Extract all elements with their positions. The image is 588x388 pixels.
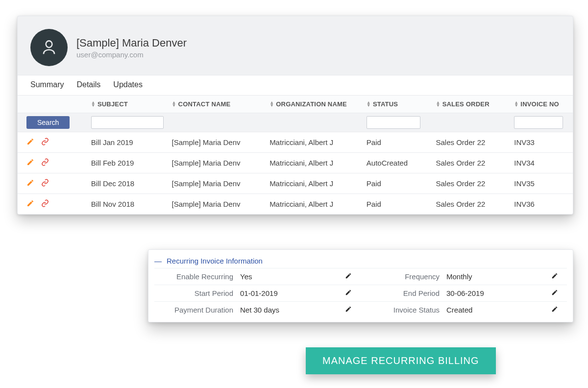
th-subject-label: SUBJECT [98,100,128,108]
sort-icon: ▲▼ [367,101,371,107]
field-value: 30-06-2019 [446,289,551,297]
cell-invoice: INV34 [514,159,573,167]
sort-icon: ▲▼ [172,101,176,107]
field-label: Enable Recurring [154,272,240,281]
th-organization-label: ORGANIZATION NAME [276,100,347,108]
table-header: ▲▼ SUBJECT ▲▼ CONTACT NAME ▲▼ ORGANIZATI… [18,96,573,113]
cell-sales: Sales Order 22 [436,200,514,208]
field-payment-duration: Payment Duration Net 30 days [154,301,361,318]
user-name: [Sample] Maria Denver [76,37,187,49]
cell-subject: Bill Jan 2019 [86,138,172,146]
cell-subject: Bill Feb 2019 [86,159,172,167]
field-value: Monthly [446,272,551,281]
th-status-label: STATUS [373,100,398,108]
edit-icon[interactable] [551,272,564,281]
cell-contact: [Sample] Maria Denv [172,200,270,208]
edit-icon[interactable] [345,289,358,297]
recurring-title: Recurring Invoice Information [167,257,263,265]
sort-icon: ▲▼ [514,101,518,107]
field-value: Yes [240,272,345,281]
person-icon [40,38,58,57]
field-value: Net 30 days [240,306,345,314]
table-row: Bill Jan 2019 [Sample] Maria Denv Matric… [18,132,573,153]
link-icon[interactable] [41,199,49,209]
user-email: user@company.com [76,50,187,59]
filter-subject-input[interactable] [91,116,164,129]
edit-icon[interactable] [345,306,358,314]
cell-subject: Bill Dec 2018 [86,179,172,188]
filter-row: Search [18,113,573,132]
th-contact-label: CONTACT NAME [178,100,231,108]
edit-icon[interactable] [26,138,34,147]
field-value: 01-01-2019 [240,289,345,297]
manage-recurring-billing-button[interactable]: MANAGE RECURRING BILLING [306,347,496,374]
cell-org: Matricciani, Albert J [270,200,363,208]
th-sales-order-label: SALES ORDER [442,100,490,108]
field-label: Start Period [154,289,240,297]
field-invoice-status: Invoice Status Created [361,301,567,318]
cell-org: Matricciani, Albert J [270,138,363,146]
edit-icon[interactable] [26,179,34,188]
th-status[interactable]: ▲▼ STATUS [363,100,436,108]
table-row: Bill Nov 2018 [Sample] Maria Denv Matric… [18,194,573,214]
edit-icon[interactable] [26,158,34,168]
sort-icon: ▲▼ [436,101,441,107]
th-contact[interactable]: ▲▼ CONTACT NAME [172,100,270,108]
cell-sales: Sales Order 22 [436,179,514,188]
th-subject[interactable]: ▲▼ SUBJECT [86,100,172,108]
field-label: End Period [361,289,446,297]
link-icon[interactable] [41,179,49,188]
sort-icon: ▲▼ [270,101,274,107]
sort-icon: ▲▼ [91,101,96,107]
tabs: Summary Details Updates [18,75,573,95]
cell-sales: Sales Order 22 [436,138,514,146]
filter-invoice-input[interactable] [514,116,563,129]
table-row: Bill Feb 2019 [Sample] Maria Denv Matric… [18,153,573,173]
cell-status: AutoCreated [363,159,436,167]
cell-subject: Bill Nov 2018 [86,200,172,208]
field-label: Invoice Status [361,306,446,314]
cell-status: Paid [363,179,436,188]
edit-icon[interactable] [551,289,564,297]
field-end-period: End Period 30-06-2019 [361,285,567,301]
tab-summary[interactable]: Summary [30,80,64,89]
field-enable-recurring: Enable Recurring Yes [154,268,361,285]
link-icon[interactable] [41,158,49,168]
field-label: Frequency [361,272,446,281]
customer-header: [Sample] Maria Denver user@company.com [18,16,573,75]
table-row: Bill Dec 2018 [Sample] Maria Denv Matric… [18,173,573,194]
field-label: Payment Duration [154,306,240,314]
edit-icon[interactable] [26,199,34,209]
edit-icon[interactable] [551,306,564,314]
cell-contact: [Sample] Maria Denv [172,179,270,188]
field-frequency: Frequency Monthly [361,268,567,285]
cell-invoice: INV33 [514,138,573,146]
cell-contact: [Sample] Maria Denv [172,159,270,167]
search-button[interactable]: Search [26,116,70,129]
invoice-table: ▲▼ SUBJECT ▲▼ CONTACT NAME ▲▼ ORGANIZATI… [18,95,573,214]
cell-invoice: INV35 [514,179,573,188]
cell-status: Paid [363,200,436,208]
cell-invoice: INV36 [514,200,573,208]
th-organization[interactable]: ▲▼ ORGANIZATION NAME [270,100,363,108]
th-invoice-no-label: INVOICE NO [520,100,559,108]
avatar [30,29,68,66]
cell-status: Paid [363,138,436,146]
cell-contact: [Sample] Maria Denv [172,138,270,146]
cell-org: Matricciani, Albert J [270,159,363,167]
filter-status-input[interactable] [367,116,420,129]
field-start-period: Start Period 01-01-2019 [154,285,361,301]
th-invoice-no[interactable]: ▲▼ INVOICE NO [514,100,573,108]
tab-details[interactable]: Details [76,80,100,89]
th-sales-order[interactable]: ▲▼ SALES ORDER [436,100,514,108]
link-icon[interactable] [41,138,49,147]
cell-sales: Sales Order 22 [436,159,514,167]
recurring-invoice-info-panel: — Recurring Invoice Information Enable R… [148,249,573,322]
cell-org: Matricciani, Albert J [270,179,363,188]
tab-updates[interactable]: Updates [113,80,143,89]
recurring-section-header[interactable]: — Recurring Invoice Information [154,257,567,268]
field-value: Created [446,306,551,314]
collapse-icon: — [154,257,162,265]
edit-icon[interactable] [345,272,358,281]
customer-panel: [Sample] Maria Denver user@company.com S… [17,16,573,215]
